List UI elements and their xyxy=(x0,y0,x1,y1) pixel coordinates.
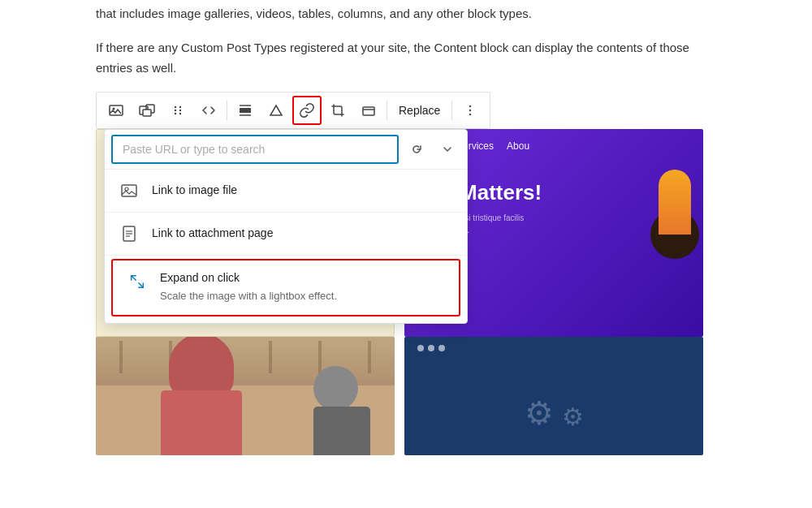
divider-3 xyxy=(451,101,452,120)
link-input-row xyxy=(105,130,467,170)
bottom-image-left xyxy=(96,337,395,455)
expand-screen-icon-btn[interactable] xyxy=(354,96,383,125)
svg-point-20 xyxy=(125,187,128,191)
text-block-2: If there are any Custom Post Types regis… xyxy=(96,37,716,79)
link-to-attachment-label: Link to attachment page xyxy=(152,224,273,242)
dot-3 xyxy=(438,345,445,351)
align-icon-btn[interactable] xyxy=(231,96,260,125)
gear-icon-2: ⚙ xyxy=(562,398,584,437)
more-options-btn[interactable] xyxy=(456,96,485,125)
svg-point-16 xyxy=(469,105,471,106)
replace-button[interactable]: Replace xyxy=(391,96,448,125)
gear-group: ⚙ ⚙ xyxy=(525,387,584,439)
svg-point-5 xyxy=(175,105,176,107)
gallery-icon-btn[interactable] xyxy=(132,96,162,125)
image-block-area: Sampl › + Suits All Skins Home Services … xyxy=(96,129,716,337)
dot-1 xyxy=(417,345,424,351)
expand-desc: Scale the image with a lightbox effect. xyxy=(160,288,337,305)
bottom-images: ⚙ ⚙ xyxy=(96,337,716,455)
link-icon-btn[interactable] xyxy=(292,96,322,125)
link-to-image-label: Link to image file xyxy=(152,181,237,199)
para-1: that includes image galleries, videos, t… xyxy=(96,3,716,24)
divider-2 xyxy=(387,101,387,120)
expand-texts: Expand on click Scale the image with a l… xyxy=(160,269,337,305)
svg-rect-11 xyxy=(240,108,251,113)
para-2: If there are any Custom Post Types regis… xyxy=(96,37,716,79)
dot-group xyxy=(417,345,445,351)
divider-1 xyxy=(227,101,227,120)
link-dropdown: Link to image file Link to attachment pa… xyxy=(104,129,468,324)
url-input[interactable] xyxy=(111,135,399,164)
expand-title: Expand on click xyxy=(160,269,337,286)
svg-point-10 xyxy=(179,112,181,114)
triangle-icon-btn[interactable] xyxy=(261,96,291,125)
link-to-attachment-option[interactable]: Link to attachment page xyxy=(105,213,467,256)
block-toolbar: Replace xyxy=(96,92,490,129)
expand-option-body: Expand on click Scale the image with a l… xyxy=(113,260,459,315)
image-file-icon xyxy=(118,179,140,202)
code-icon-btn[interactable] xyxy=(194,96,223,125)
drag-icon-btn[interactable] xyxy=(163,96,192,125)
svg-rect-4 xyxy=(143,110,151,116)
reset-link-btn[interactable] xyxy=(404,136,430,162)
expand-lightbox-icon xyxy=(126,270,149,293)
image-icon-btn[interactable] xyxy=(102,96,131,125)
attachment-page-icon xyxy=(118,222,140,245)
svg-point-17 xyxy=(469,109,471,110)
bottom-image-right: ⚙ ⚙ xyxy=(404,337,703,455)
gear-icon-1: ⚙ xyxy=(525,387,554,439)
svg-point-18 xyxy=(469,113,471,114)
block-container: Replace Sampl › + xyxy=(96,92,716,455)
chevron-down-btn[interactable] xyxy=(434,136,460,162)
crop-icon-btn[interactable] xyxy=(323,96,352,125)
link-to-image-option[interactable]: Link to image file xyxy=(105,170,467,213)
svg-point-8 xyxy=(179,109,181,110)
expand-on-click-option[interactable]: Expand on click Scale the image with a l… xyxy=(111,259,460,316)
svg-point-9 xyxy=(175,112,176,114)
nav-about: Abou xyxy=(507,139,529,154)
figure-decoration xyxy=(646,153,703,259)
svg-point-7 xyxy=(175,109,176,110)
svg-point-6 xyxy=(179,105,181,107)
text-block-1: that includes image galleries, videos, t… xyxy=(96,3,716,24)
dot-2 xyxy=(428,345,434,351)
svg-rect-14 xyxy=(363,107,374,115)
svg-rect-19 xyxy=(122,185,136,196)
